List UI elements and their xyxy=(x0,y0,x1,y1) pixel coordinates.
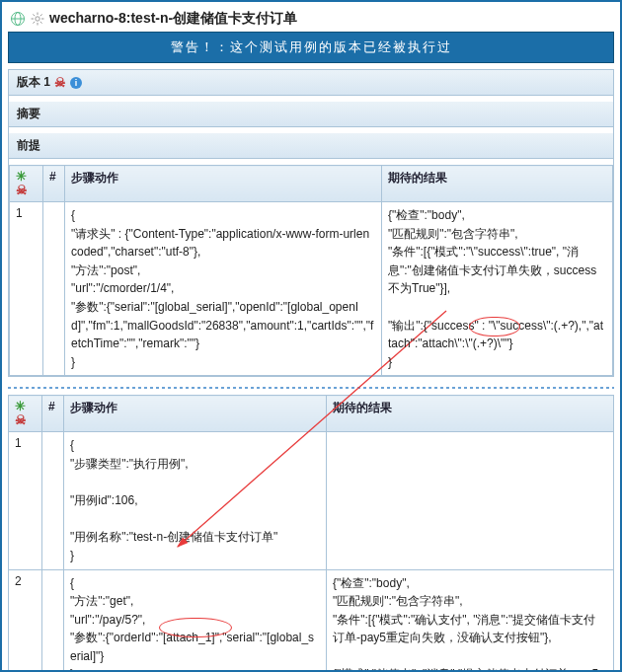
svg-line-9 xyxy=(33,14,35,16)
action-col: 步骤动作 xyxy=(65,166,382,202)
warning-banner: 警告！：这个测试用例的版本已经被执行过 xyxy=(8,32,614,63)
action-col: 步骤动作 xyxy=(64,396,327,432)
expected-col: 期待的结果 xyxy=(382,166,613,202)
bug-icon[interactable]: ✳ xyxy=(15,399,26,413)
table-row: 1 { "步骤类型":"执行用例", "用例id":106, "用例名称":"t… xyxy=(9,432,614,569)
svg-line-10 xyxy=(40,22,42,24)
svg-point-4 xyxy=(36,17,39,21)
lower-steps-table: ✳ ☠ # 步骤动作 期待的结果 1 { "步骤类型":"执行用例", "用例i… xyxy=(8,395,614,672)
globe-icon xyxy=(10,11,26,27)
skull-icon[interactable]: ☠ xyxy=(16,183,28,197)
icons-col: ✳ ☠ xyxy=(10,166,43,202)
idx-col: # xyxy=(42,396,64,432)
row-idx: 1 xyxy=(10,202,43,376)
row-action: { "请求头" : {"Content-Type":"application/x… xyxy=(65,202,382,376)
table-row: 1 { "请求头" : {"Content-Type":"application… xyxy=(10,202,613,376)
row-expected: {"检查":"body", "匹配规则":"包含字符串", "条件":[{"模式… xyxy=(327,569,614,672)
table-header-row: ✳ ☠ # 步骤动作 期待的结果 xyxy=(9,396,614,432)
summary-header: 摘要 xyxy=(9,102,613,127)
version-label: 版本 1 xyxy=(17,74,50,91)
case-panel: 版本 1 ☠ i 摘要 前提 ✳ ☠ # 步骤动作 期待的结果 xyxy=(8,69,614,377)
bug-icon[interactable]: ✳ xyxy=(16,169,27,184)
row-action: { "方法":"get", "url":"/pay/5?", "参数":{"or… xyxy=(64,569,327,672)
expected-col: 期待的结果 xyxy=(327,396,614,432)
precondition-header: 前提 xyxy=(9,133,613,159)
icons-col: ✳ ☠ xyxy=(9,396,42,432)
section-separator xyxy=(8,387,614,389)
row-expected xyxy=(327,432,614,569)
title-bar: wecharno-8:test-n-创建储值卡支付订单 xyxy=(8,8,614,32)
row-idx: 2 xyxy=(9,569,42,672)
app-window: wecharno-8:test-n-创建储值卡支付订单 警告！：这个测试用例的版… xyxy=(0,0,622,672)
skull-icon: ☠ xyxy=(54,76,66,89)
upper-steps-table: ✳ ☠ # 步骤动作 期待的结果 1 { "请求头" : {"Content-T… xyxy=(9,165,613,376)
svg-line-12 xyxy=(33,22,35,24)
page-title: wecharno-8:test-n-创建储值卡支付订单 xyxy=(49,10,297,28)
table-header-row: ✳ ☠ # 步骤动作 期待的结果 xyxy=(10,166,613,202)
table-row: 2 { "方法":"get", "url":"/pay/5?", "参数":{"… xyxy=(9,569,614,672)
idx-col: # xyxy=(43,166,65,202)
skull-icon[interactable]: ☠ xyxy=(15,412,27,427)
svg-line-11 xyxy=(40,14,42,16)
info-icon[interactable]: i xyxy=(70,77,82,89)
row-action: { "步骤类型":"执行用例", "用例id":106, "用例名称":"tes… xyxy=(64,432,327,569)
row-idx: 1 xyxy=(9,432,42,569)
version-header: 版本 1 ☠ i xyxy=(9,70,613,96)
row-expected: {"检查":"body", "匹配规则":"包含字符串", "条件":[{"模式… xyxy=(382,202,613,376)
gear-icon xyxy=(30,11,45,27)
